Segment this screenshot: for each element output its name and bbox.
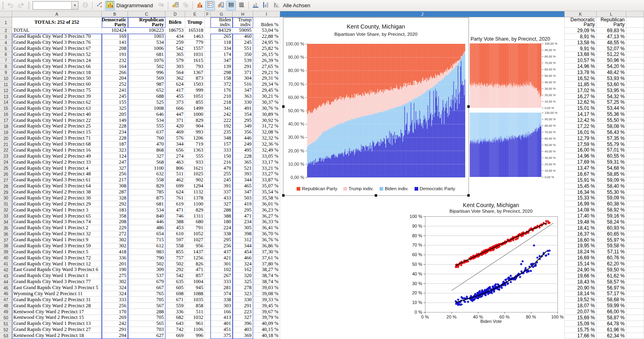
cell-G51[interactable]: 401 bbox=[211, 321, 233, 327]
cell-L35[interactable]: 60,93 % bbox=[597, 225, 626, 231]
cell-B22[interactable]: 323 bbox=[102, 148, 128, 154]
cell-D24[interactable]: 463 bbox=[165, 159, 185, 165]
cell-M5[interactable] bbox=[626, 46, 644, 52]
cell-H31[interactable]: 419 bbox=[233, 201, 253, 207]
cell-A42[interactable]: East Grand Rapids City Ward 3 Precinct 6 bbox=[12, 267, 102, 273]
cell-M15[interactable] bbox=[626, 105, 644, 111]
cell-H19[interactable]: 356 bbox=[233, 129, 253, 136]
cell-E20[interactable]: 1206 bbox=[185, 136, 205, 142]
cell-C44[interactable]: 679 bbox=[128, 279, 165, 285]
cell-F16[interactable] bbox=[205, 111, 211, 117]
cell-D43[interactable]: 542 bbox=[165, 273, 185, 279]
cell-M44[interactable] bbox=[626, 279, 644, 285]
cell-B19[interactable]: 234 bbox=[102, 129, 128, 136]
cell-K12[interactable]: 17,02 % bbox=[565, 88, 597, 94]
cell-G6[interactable]: 174 bbox=[211, 52, 233, 58]
cell-C2[interactable]: 106223 bbox=[128, 28, 165, 34]
cell-K40[interactable]: 16,69 % bbox=[565, 255, 597, 261]
cell-C23[interactable]: 327 bbox=[128, 153, 165, 159]
cell-L46[interactable]: 57,17 % bbox=[597, 291, 626, 297]
cell-D26[interactable]: 511 bbox=[165, 171, 185, 177]
cell-G37[interactable]: 295 bbox=[211, 237, 233, 243]
cell-D12[interactable]: 417 bbox=[165, 88, 185, 94]
cell-G34[interactable]: 180 bbox=[211, 219, 233, 225]
chart-party-vote-share[interactable]: Party Vote Share, by Precinct, 2020 bbox=[470, 36, 564, 179]
cell-L39[interactable]: 57,11 % bbox=[597, 249, 626, 255]
cell-E33[interactable]: 1311 bbox=[185, 213, 205, 219]
cell-F3[interactable] bbox=[205, 34, 211, 40]
cell-L7[interactable]: 50,96 % bbox=[597, 58, 626, 64]
cell-B35[interactable]: 229 bbox=[102, 225, 128, 231]
row-header-29[interactable]: 29 bbox=[0, 189, 12, 195]
cell-F11[interactable] bbox=[205, 82, 211, 88]
cell-B23[interactable]: 124 bbox=[102, 153, 128, 159]
cell-A11[interactable]: Grand Rapids City Ward 3 Precinct 60 bbox=[12, 82, 102, 88]
cell-I11[interactable]: 29,34 % bbox=[253, 82, 280, 88]
y-axis-button[interactable] bbox=[261, 1, 271, 10]
cell-L18[interactable]: 58,08 % bbox=[597, 123, 626, 129]
cell-B2[interactable]: 102424 bbox=[102, 28, 128, 34]
row-header-2[interactable]: 2 bbox=[0, 28, 12, 34]
cell-L41[interactable]: 62,20 % bbox=[597, 261, 626, 267]
row-header-28[interactable]: 28 bbox=[0, 183, 12, 189]
cell-M25[interactable] bbox=[626, 165, 644, 171]
cell-E45[interactable]: 945 bbox=[185, 285, 205, 291]
cell-A35[interactable]: Grand Rapids City Ward 1 Precinct 2 bbox=[12, 225, 102, 231]
cell-K17[interactable]: 12,42 % bbox=[565, 117, 597, 123]
cell-D34[interactable]: 388 bbox=[165, 219, 185, 225]
cell-D48[interactable]: 559 bbox=[165, 303, 185, 309]
cell-F47[interactable] bbox=[205, 297, 211, 303]
cell-A9[interactable]: Grand Rapids City Ward 1 Precinct 18 bbox=[12, 70, 102, 76]
cell-K13[interactable]: 16,27 % bbox=[565, 94, 597, 100]
chart-wall-button[interactable] bbox=[105, 1, 115, 10]
cell-C51[interactable]: 565 bbox=[128, 321, 165, 327]
cell-K47[interactable]: 19,52 % bbox=[565, 297, 597, 303]
cell-E4[interactable]: 779 bbox=[185, 40, 205, 46]
cell-D44[interactable]: 635 bbox=[165, 279, 185, 285]
cell-A25[interactable]: Grand Rapids City Ward 1 Precinct 4 bbox=[12, 165, 102, 171]
row-header-37[interactable]: 37 bbox=[0, 237, 12, 243]
cell-B12[interactable]: 241 bbox=[102, 88, 128, 94]
cell-K42[interactable]: 24,90 % bbox=[565, 267, 597, 273]
cell-G47[interactable]: 338 bbox=[211, 297, 233, 303]
cell-F36[interactable] bbox=[205, 231, 211, 237]
cell-G27[interactable]: 245 bbox=[211, 177, 233, 183]
cell-C5[interactable]: 1006 bbox=[128, 46, 165, 52]
cell-G13[interactable]: 210 bbox=[211, 94, 233, 100]
cell-M32[interactable] bbox=[626, 207, 644, 213]
cell-B37[interactable]: 302 bbox=[102, 237, 128, 243]
cell-G44[interactable]: 333 bbox=[211, 279, 233, 285]
cell-M46[interactable] bbox=[626, 291, 644, 297]
cell-H9[interactable]: 371 bbox=[233, 70, 253, 76]
cell-F35[interactable] bbox=[205, 225, 211, 231]
cell-G35[interactable]: 224 bbox=[211, 225, 233, 231]
cell-F41[interactable] bbox=[205, 261, 211, 267]
cell-M3[interactable] bbox=[626, 34, 644, 40]
row-header-17[interactable]: 17 bbox=[0, 117, 12, 123]
cell-D19[interactable]: 469 bbox=[165, 129, 185, 136]
cell-A14[interactable]: Grand Rapids City Ward 3 Precinct 62 bbox=[12, 100, 102, 106]
cell-F48[interactable] bbox=[205, 303, 211, 309]
cell-C20[interactable]: 760 bbox=[128, 136, 165, 142]
data-table-button[interactable] bbox=[170, 1, 180, 10]
cell-E12[interactable]: 999 bbox=[185, 88, 205, 94]
cell-D39[interactable]: 855 bbox=[165, 249, 185, 255]
cell-G30[interactable]: 433 bbox=[211, 195, 233, 201]
cell-H40[interactable]: 466 bbox=[233, 255, 253, 261]
cell-B47[interactable]: 333 bbox=[102, 297, 128, 303]
cell-C47[interactable]: 705 bbox=[128, 297, 165, 303]
cell-F28[interactable] bbox=[205, 183, 211, 189]
cell-I5[interactable]: 25,82 % bbox=[253, 46, 280, 52]
cell-E34[interactable]: 680 bbox=[185, 219, 205, 225]
cell-A18[interactable]: Grand Rapids City Ward 2 Precinct 25 bbox=[12, 123, 102, 129]
cell-F25[interactable] bbox=[205, 165, 211, 171]
cell-A45[interactable]: East Grand Rapids City Ward 3 Precinct 5 bbox=[12, 285, 102, 291]
cell-D25[interactable]: 806 bbox=[165, 165, 185, 171]
cell-H43[interactable]: 320 bbox=[233, 273, 253, 279]
cell-B34[interactable]: 208 bbox=[102, 219, 128, 225]
cell-A20[interactable]: Grand Rapids City Ward 3 Precinct 71 bbox=[12, 136, 102, 142]
cell-C21[interactable]: 470 bbox=[128, 142, 165, 148]
cell-A4[interactable]: Grand Rapids City Ward 3 Precinct 76 bbox=[12, 40, 102, 46]
cell-B28[interactable]: 308 bbox=[102, 183, 128, 189]
cell-A32[interactable]: Grand Rapids City Ward 1 Precinct 3 bbox=[12, 207, 102, 213]
